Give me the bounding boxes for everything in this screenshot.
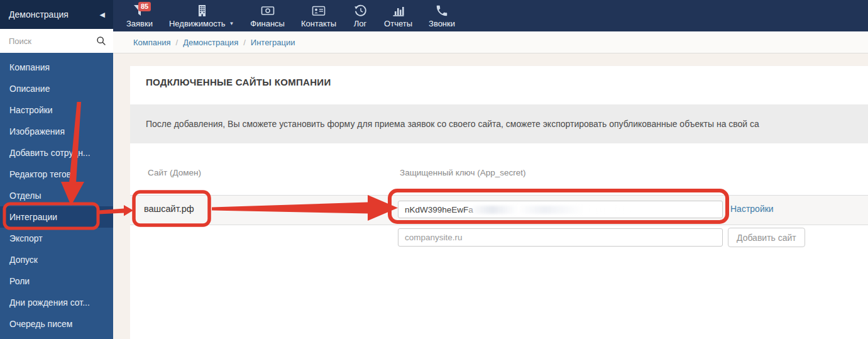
sidebar-item-export[interactable]: Экспорт	[0, 228, 113, 249]
breadcrumb-demo[interactable]: Демонстрация	[183, 38, 238, 47]
history-icon	[353, 3, 368, 18]
content-area: ПОДКЛЮЧЕННЫЕ САЙТЫ КОМПАНИИ После добавл…	[113, 53, 868, 339]
sidebar-item-settings[interactable]: Настройки	[0, 99, 113, 121]
breadcrumb-separator: /	[243, 38, 246, 47]
site-domain-value: вашсайт.рф	[144, 204, 194, 214]
chevron-down-icon: ▼	[229, 18, 234, 30]
new-site-input[interactable]	[398, 228, 723, 247]
nav-item-realestate[interactable]: Недвижимость▼	[161, 0, 242, 30]
workspace-title: Демонстрация	[9, 9, 69, 19]
nav-item-finance[interactable]: Финансы	[242, 0, 293, 30]
description-band: После добавления, Вы сможете установить …	[130, 104, 868, 143]
search-input[interactable]	[0, 29, 88, 53]
sidebar-item-tag-editor[interactable]: Редактор тегов	[0, 164, 113, 185]
building-icon	[194, 3, 209, 18]
secret-key-value: nKdW399heEwFa	[405, 205, 473, 214]
nav-item-requests[interactable]: 85 Заявки	[118, 0, 161, 30]
nav-label: Отчеты	[384, 18, 412, 30]
sidebar-item-mail-queue[interactable]: Очередь писем	[0, 313, 113, 335]
page-title: ПОДКЛЮЧЕННЫЕ САЙТЫ КОМПАНИИ	[146, 77, 331, 87]
breadcrumb-separator: /	[176, 38, 179, 47]
sidebar-item-integrations[interactable]: Интеграции	[0, 206, 113, 228]
breadcrumb-integrations[interactable]: Интеграции	[251, 38, 295, 47]
search-icon[interactable]	[96, 36, 106, 48]
sidebar-item-access[interactable]: Допуск	[0, 249, 113, 270]
banknote-icon	[260, 3, 275, 18]
sidebar-item-roles[interactable]: Роли	[0, 270, 113, 292]
contact-card-icon	[311, 3, 326, 18]
bar-chart-icon	[391, 3, 406, 18]
sidebar-item-images[interactable]: Изображения	[0, 121, 113, 142]
breadcrumb-company[interactable]: Компания	[133, 38, 171, 47]
sidebar-search	[0, 29, 113, 53]
sidebar-item-add-employee[interactable]: Добавить сотрудн...	[0, 142, 113, 164]
nav-label: Контакты	[301, 18, 336, 30]
nav-label: Финансы	[250, 18, 285, 30]
nav-item-contacts[interactable]: Контакты	[293, 0, 344, 30]
sidebar-item-birthdays[interactable]: Дни рождения сот...	[0, 292, 113, 313]
sidebar-header: Демонстрация ◀	[0, 0, 113, 29]
nav-item-calls[interactable]: Звонки	[420, 0, 463, 30]
secret-key-field[interactable]: nKdW399heEwFa	[398, 201, 723, 218]
nav-label: Недвижимость▼	[169, 18, 234, 30]
sidebar-collapse-icon[interactable]: ◀	[100, 11, 105, 19]
sidebar-item-departments[interactable]: Отделы	[0, 185, 113, 206]
nav-label: Заявки	[126, 18, 153, 30]
site-settings-link[interactable]: Настройки	[730, 204, 774, 214]
secret-blur-overlay	[469, 206, 632, 214]
top-navigation: 85 Заявки Недвижимость▼ Финансы Контакты…	[113, 0, 868, 31]
breadcrumb: Компания / Демонстрация / Интеграции	[113, 31, 868, 53]
requests-count-badge: 85	[138, 2, 151, 11]
sidebar-menu: Компания Описание Настройки Изображения …	[0, 53, 113, 335]
sidebar-item-company[interactable]: Компания	[0, 57, 113, 78]
description-text: После добавления, Вы сможете установить …	[130, 119, 868, 129]
connected-sites-card: ПОДКЛЮЧЕННЫЕ САЙТЫ КОМПАНИИ После добавл…	[130, 66, 868, 339]
secret-column-header: Защищенный ключ (App_secret)	[400, 168, 526, 177]
phone-icon	[435, 3, 449, 18]
sidebar: Демонстрация ◀ Компания Описание Настрой…	[0, 0, 113, 339]
domain-column-header: Сайт (Домен)	[148, 168, 201, 177]
nav-label: Лог	[354, 18, 367, 30]
nav-label: Звонки	[429, 18, 455, 30]
add-site-button[interactable]: Добавить сайт	[728, 228, 805, 247]
sidebar-item-description[interactable]: Описание	[0, 78, 113, 99]
nav-item-reports[interactable]: Отчеты	[376, 0, 420, 30]
nav-item-log[interactable]: Лог	[344, 0, 376, 30]
